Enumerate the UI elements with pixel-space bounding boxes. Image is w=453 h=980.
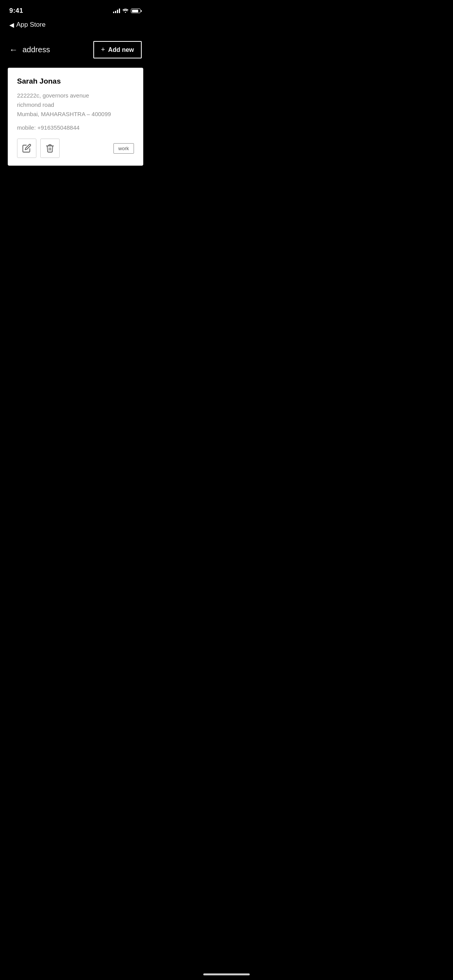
delete-icon [45, 144, 55, 153]
app-store-label: App Store [16, 21, 46, 29]
page-title: address [22, 45, 50, 54]
edit-button[interactable] [17, 139, 36, 158]
edit-pencil-icon [21, 142, 33, 154]
back-arrow-icon [9, 45, 17, 55]
address-line-3: Mumbai, MAHARASHTRA – 400099 [17, 111, 111, 117]
back-button[interactable] [9, 45, 17, 55]
card-name: Sarah Jonas [17, 77, 134, 86]
work-badge: work [113, 143, 134, 154]
header-row: address + Add new [0, 33, 151, 68]
status-icons [113, 8, 142, 14]
header-left: address [9, 45, 50, 55]
card-address: 222222c, governors avenue richmond road … [17, 91, 134, 119]
address-line-1: 222222c, governors avenue [17, 92, 89, 99]
app-store-back-arrow-icon: ◀ [9, 21, 14, 29]
status-bar: 9:41 [0, 0, 151, 19]
card-mobile: mobile: +916355048844 [17, 124, 134, 131]
app-store-back-bar[interactable]: ◀ App Store [0, 19, 151, 33]
status-time: 9:41 [9, 7, 23, 15]
address-card: Sarah Jonas 222222c, governors avenue ri… [8, 68, 143, 166]
plus-icon: + [101, 46, 105, 54]
delete-button[interactable] [40, 139, 60, 158]
wifi-icon [122, 8, 129, 14]
add-new-button[interactable]: + Add new [93, 41, 142, 58]
signal-icon [113, 9, 120, 13]
battery-icon [131, 9, 142, 13]
card-actions: work [17, 139, 134, 158]
action-buttons [17, 139, 60, 158]
add-new-label: Add new [108, 46, 134, 53]
address-line-2: richmond road [17, 101, 54, 108]
